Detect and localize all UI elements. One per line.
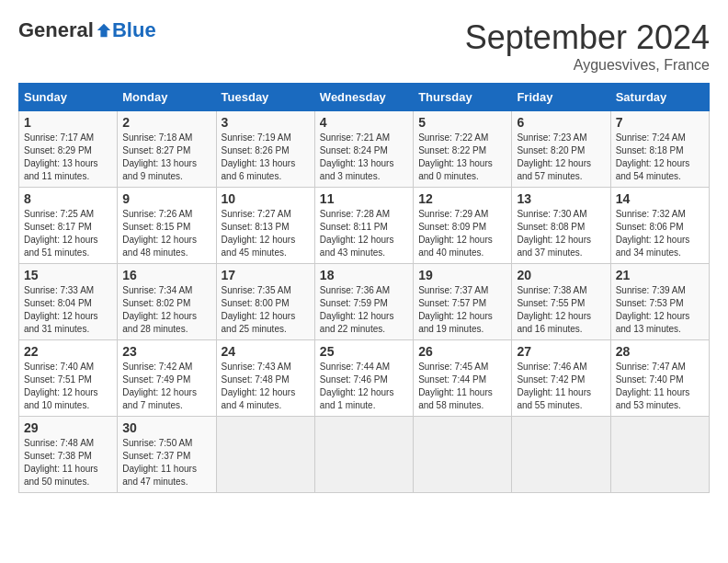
week-row-5: 29Sunrise: 7:48 AM Sunset: 7:38 PM Dayli… — [19, 417, 710, 493]
day-info: Sunrise: 7:26 AM Sunset: 8:15 PM Dayligh… — [122, 208, 210, 259]
day-number: 13 — [517, 191, 605, 206]
table-row: 8Sunrise: 7:25 AM Sunset: 8:17 PM Daylig… — [19, 188, 118, 264]
day-number: 28 — [616, 344, 704, 359]
cell-1: 1Sunrise: 7:17 AM Sunset: 8:29 PM Daylig… — [19, 111, 118, 188]
day-info: Sunrise: 7:43 AM Sunset: 7:48 PM Dayligh… — [222, 361, 310, 412]
table-row: 19Sunrise: 7:37 AM Sunset: 7:57 PM Dayli… — [414, 264, 512, 340]
day-info: Sunrise: 7:48 AM Sunset: 7:38 PM Dayligh… — [24, 437, 112, 488]
table-row — [414, 417, 512, 493]
day-info: Sunrise: 7:45 AM Sunset: 7:44 PM Dayligh… — [418, 361, 506, 412]
day-number: 8 — [24, 191, 112, 206]
title-block: September 2024 Ayguesvives, France — [465, 18, 710, 74]
day-info: Sunrise: 7:37 AM Sunset: 7:57 PM Dayligh… — [418, 284, 506, 336]
day-info: Sunrise: 7:34 AM Sunset: 8:02 PM Dayligh… — [122, 284, 210, 336]
day-info: Sunrise: 7:24 AM Sunset: 8:18 PM Dayligh… — [616, 132, 704, 183]
table-row: 13Sunrise: 7:30 AM Sunset: 8:08 PM Dayli… — [512, 188, 610, 264]
day-info: Sunrise: 7:42 AM Sunset: 7:49 PM Dayligh… — [122, 361, 210, 412]
day-info: Sunrise: 7:19 AM Sunset: 8:26 PM Dayligh… — [222, 132, 310, 183]
day-number: 22 — [24, 344, 112, 359]
table-row: 28Sunrise: 7:47 AM Sunset: 7:40 PM Dayli… — [610, 340, 709, 417]
table-row: 6Sunrise: 7:23 AM Sunset: 8:20 PM Daylig… — [512, 111, 610, 188]
svg-marker-0 — [97, 24, 110, 37]
table-row: 20Sunrise: 7:38 AM Sunset: 7:55 PM Dayli… — [512, 264, 610, 340]
day-number: 9 — [122, 191, 210, 206]
table-row: 30Sunrise: 7:50 AM Sunset: 7:37 PM Dayli… — [118, 417, 216, 493]
day-info: Sunrise: 7:17 AM Sunset: 8:29 PM Dayligh… — [24, 132, 112, 183]
col-saturday: Saturday — [610, 84, 709, 111]
table-row — [512, 417, 610, 493]
logo-blue-text: Blue — [112, 18, 156, 42]
day-info: Sunrise: 7:18 AM Sunset: 8:27 PM Dayligh… — [122, 132, 210, 183]
location: Ayguesvives, France — [465, 57, 710, 74]
day-info: Sunrise: 7:39 AM Sunset: 7:53 PM Dayligh… — [616, 284, 704, 336]
day-number: 16 — [122, 268, 210, 282]
day-number: 30 — [122, 420, 210, 435]
table-row: 16Sunrise: 7:34 AM Sunset: 8:02 PM Dayli… — [118, 264, 216, 340]
day-info: Sunrise: 7:38 AM Sunset: 7:55 PM Dayligh… — [517, 284, 605, 336]
day-number: 26 — [418, 344, 506, 359]
day-info: Sunrise: 7:36 AM Sunset: 7:59 PM Dayligh… — [320, 284, 408, 336]
table-row — [610, 417, 709, 493]
table-row: 9Sunrise: 7:26 AM Sunset: 8:15 PM Daylig… — [118, 188, 216, 264]
col-thursday: Thursday — [414, 84, 512, 111]
day-number: 19 — [418, 268, 506, 282]
table-row: 4Sunrise: 7:21 AM Sunset: 8:24 PM Daylig… — [314, 111, 413, 188]
logo-icon — [96, 22, 112, 39]
day-number: 2 — [122, 115, 210, 130]
day-info: Sunrise: 7:28 AM Sunset: 8:11 PM Dayligh… — [320, 208, 408, 259]
day-number: 20 — [517, 268, 605, 282]
day-info: Sunrise: 7:44 AM Sunset: 7:46 PM Dayligh… — [320, 361, 408, 412]
table-row — [216, 417, 314, 493]
logo: General Blue — [18, 18, 156, 42]
table-row: 2Sunrise: 7:18 AM Sunset: 8:27 PM Daylig… — [118, 111, 216, 188]
day-number: 4 — [320, 115, 408, 130]
day-number: 10 — [222, 191, 310, 206]
table-row: 18Sunrise: 7:36 AM Sunset: 7:59 PM Dayli… — [314, 264, 413, 340]
day-number: 18 — [320, 268, 408, 282]
day-info: Sunrise: 7:27 AM Sunset: 8:13 PM Dayligh… — [222, 208, 310, 259]
day-info: Sunrise: 7:23 AM Sunset: 8:20 PM Dayligh… — [517, 132, 605, 183]
table-row: 5Sunrise: 7:22 AM Sunset: 8:22 PM Daylig… — [414, 111, 512, 188]
day-number: 7 — [616, 115, 704, 130]
table-row: 24Sunrise: 7:43 AM Sunset: 7:48 PM Dayli… — [216, 340, 314, 417]
col-wednesday: Wednesday — [314, 84, 413, 111]
table-row — [314, 417, 413, 493]
day-number: 17 — [222, 268, 310, 282]
table-row: 7Sunrise: 7:24 AM Sunset: 8:18 PM Daylig… — [610, 111, 709, 188]
table-row: 14Sunrise: 7:32 AM Sunset: 8:06 PM Dayli… — [610, 188, 709, 264]
day-number: 11 — [320, 191, 408, 206]
day-number: 23 — [122, 344, 210, 359]
col-sunday: Sunday — [19, 84, 118, 111]
table-row: 15Sunrise: 7:33 AM Sunset: 8:04 PM Dayli… — [19, 264, 118, 340]
col-monday: Monday — [118, 84, 216, 111]
table-row: 23Sunrise: 7:42 AM Sunset: 7:49 PM Dayli… — [118, 340, 216, 417]
day-number: 15 — [24, 268, 112, 282]
day-info: Sunrise: 7:29 AM Sunset: 8:09 PM Dayligh… — [418, 208, 506, 259]
day-number: 3 — [222, 115, 310, 130]
col-tuesday: Tuesday — [216, 84, 314, 111]
day-number: 6 — [517, 115, 605, 130]
day-number: 25 — [320, 344, 408, 359]
week-row-1: 1Sunrise: 7:17 AM Sunset: 8:29 PM Daylig… — [19, 111, 710, 188]
table-row: 21Sunrise: 7:39 AM Sunset: 7:53 PM Dayli… — [610, 264, 709, 340]
day-info: Sunrise: 7:40 AM Sunset: 7:51 PM Dayligh… — [24, 361, 112, 412]
table-row: 11Sunrise: 7:28 AM Sunset: 8:11 PM Dayli… — [314, 188, 413, 264]
table-row: 27Sunrise: 7:46 AM Sunset: 7:42 PM Dayli… — [512, 340, 610, 417]
day-number: 12 — [418, 191, 506, 206]
week-row-3: 15Sunrise: 7:33 AM Sunset: 8:04 PM Dayli… — [19, 264, 710, 340]
table-row: 26Sunrise: 7:45 AM Sunset: 7:44 PM Dayli… — [414, 340, 512, 417]
day-info: Sunrise: 7:47 AM Sunset: 7:40 PM Dayligh… — [616, 361, 704, 412]
table-row: 17Sunrise: 7:35 AM Sunset: 8:00 PM Dayli… — [216, 264, 314, 340]
page-header: General Blue September 2024 Ayguesvives,… — [18, 18, 710, 74]
day-number: 1 — [24, 115, 112, 130]
logo-general-text: General — [18, 18, 94, 42]
week-row-4: 22Sunrise: 7:40 AM Sunset: 7:51 PM Dayli… — [19, 340, 710, 417]
week-row-2: 8Sunrise: 7:25 AM Sunset: 8:17 PM Daylig… — [19, 188, 710, 264]
day-info: Sunrise: 7:46 AM Sunset: 7:42 PM Dayligh… — [517, 361, 605, 412]
calendar-table: Sunday Monday Tuesday Wednesday Thursday… — [18, 83, 710, 493]
day-number: 24 — [222, 344, 310, 359]
header-row: Sunday Monday Tuesday Wednesday Thursday… — [19, 84, 710, 111]
day-info: Sunrise: 7:50 AM Sunset: 7:37 PM Dayligh… — [122, 437, 210, 488]
col-friday: Friday — [512, 84, 610, 111]
month-title: September 2024 — [465, 18, 710, 57]
